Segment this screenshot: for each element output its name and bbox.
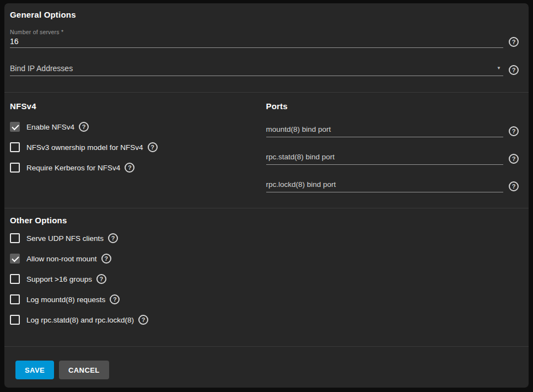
serve-udp-label: Serve UDP NFS clients — [26, 234, 104, 243]
require-kerberos-checkbox[interactable] — [10, 163, 20, 173]
number-of-servers-input[interactable] — [10, 36, 503, 47]
log-mountd-requests-row: Log mountd(8) requests ? — [10, 293, 519, 305]
log-mountd-requests-label: Log mountd(8) requests — [26, 295, 105, 304]
rpc-statd-bind-port-input[interactable]: rpc.statd(8) bind port — [266, 152, 504, 165]
bind-ip-addresses-label: Bind IP Addresses — [10, 63, 73, 73]
chevron-down-icon: ▼ — [497, 66, 501, 71]
help-icon[interactable]: ? — [509, 181, 519, 191]
enable-nfsv4-label: Enable NFSv4 — [26, 122, 74, 132]
log-statd-lockd-label: Log rpc.statd(8) and rpc.lockd(8) — [26, 315, 134, 325]
help-icon[interactable]: ? — [108, 233, 118, 243]
support-16-groups-checkbox[interactable] — [10, 274, 20, 284]
nfsv3-ownership-label: NFSv3 ownership model for NFSv4 — [26, 143, 143, 152]
rpc-lockd-bind-port-label: rpc.lockd(8) bind port — [266, 180, 336, 190]
allow-nonroot-mount-checkbox[interactable] — [10, 254, 20, 264]
number-of-servers-field: Number of servers * ? — [10, 29, 519, 48]
help-icon[interactable]: ? — [509, 154, 519, 164]
rpc-statd-bind-port-field: rpc.statd(8) bind port ? — [266, 152, 519, 165]
section-title-general-options: General Options — [10, 10, 519, 20]
require-kerberos-row: Require Kerberos for NFSv4 ? — [10, 162, 263, 174]
ports-column: Ports mountd(8) bind port ? rpc.statd(8)… — [266, 101, 519, 208]
help-icon[interactable]: ? — [110, 294, 120, 304]
help-icon[interactable]: ? — [148, 142, 158, 152]
rpc-lockd-bind-port-input[interactable]: rpc.lockd(8) bind port — [266, 180, 504, 192]
bind-ip-addresses-field: Bind IP Addresses ▼ ? — [10, 63, 519, 76]
serve-udp-checkbox[interactable] — [10, 233, 20, 243]
log-statd-lockd-row: Log rpc.statd(8) and rpc.lockd(8) ? — [10, 314, 519, 326]
save-button[interactable]: SAVE — [15, 361, 54, 379]
help-icon[interactable]: ? — [125, 163, 134, 173]
help-icon[interactable]: ? — [79, 122, 89, 132]
nfs-config-card: General Options Number of servers * ? Bi… — [4, 3, 529, 388]
serve-udp-row: Serve UDP NFS clients ? — [10, 232, 519, 244]
enable-nfsv4-checkbox[interactable] — [10, 122, 20, 132]
help-icon[interactable]: ? — [509, 65, 519, 75]
nfsv4-column: NFSv4 Enable NFSv4 ? NFSv3 ownership mod… — [10, 101, 263, 208]
rpc-statd-bind-port-label: rpc.statd(8) bind port — [266, 152, 335, 162]
help-icon[interactable]: ? — [138, 315, 148, 325]
support-16-groups-row: Support >16 groups ? — [10, 273, 519, 285]
log-statd-lockd-checkbox[interactable] — [10, 315, 20, 325]
allow-nonroot-mount-row: Allow non-root mount ? — [10, 253, 519, 265]
help-icon[interactable]: ? — [96, 274, 106, 284]
log-mountd-requests-checkbox[interactable] — [10, 294, 20, 304]
section-other-options: Other Options Serve UDP NFS clients ? Al… — [4, 208, 529, 347]
mountd-bind-port-field: mountd(8) bind port ? — [266, 125, 519, 137]
section-title-ports: Ports — [266, 101, 519, 111]
section-title-nfsv4: NFSv4 — [10, 101, 263, 111]
mountd-bind-port-label: mountd(8) bind port — [266, 125, 331, 135]
bind-ip-addresses-select[interactable]: Bind IP Addresses ▼ — [10, 63, 503, 76]
rpc-lockd-bind-port-field: rpc.lockd(8) bind port ? — [266, 180, 519, 192]
section-title-other-options: Other Options — [10, 216, 519, 225]
help-icon[interactable]: ? — [509, 37, 519, 47]
require-kerberos-label: Require Kerberos for NFSv4 — [26, 163, 120, 173]
help-icon[interactable]: ? — [509, 126, 519, 136]
allow-nonroot-mount-label: Allow non-root mount — [26, 254, 97, 264]
action-buttons-row: SAVE CANCEL — [4, 347, 529, 388]
section-nfsv4-and-ports: NFSv4 Enable NFSv4 ? NFSv3 ownership mod… — [4, 93, 529, 208]
mountd-bind-port-input[interactable]: mountd(8) bind port — [266, 125, 504, 137]
support-16-groups-label: Support >16 groups — [26, 275, 92, 284]
number-of-servers-field-main: Number of servers * — [10, 29, 503, 48]
help-icon[interactable]: ? — [101, 254, 111, 264]
cancel-button[interactable]: CANCEL — [59, 361, 109, 379]
nfsv3-ownership-checkbox[interactable] — [10, 142, 20, 152]
nfsv3-ownership-row: NFSv3 ownership model for NFSv4 ? — [10, 141, 263, 153]
enable-nfsv4-row: Enable NFSv4 ? — [10, 121, 263, 133]
section-general-options: General Options Number of servers * ? Bi… — [4, 3, 529, 93]
number-of-servers-label: Number of servers * — [10, 29, 503, 35]
